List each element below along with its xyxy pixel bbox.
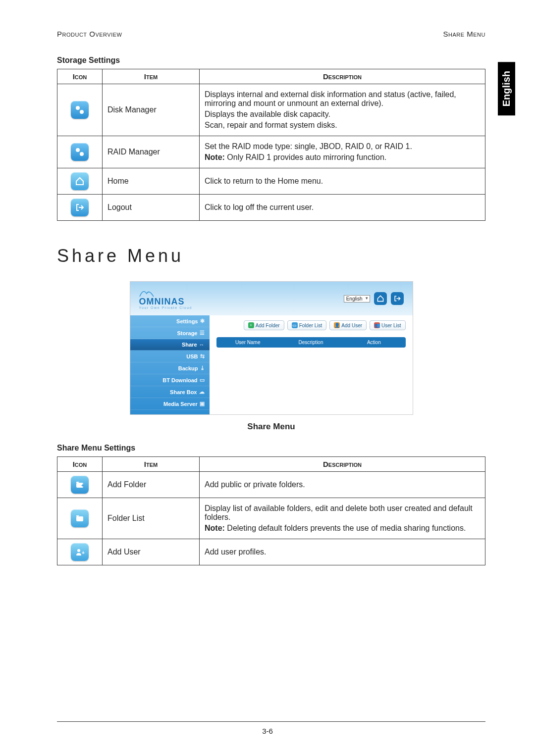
share-icon: ↔	[199, 342, 205, 348]
svg-text:+: +	[81, 483, 84, 488]
sharebox-icon: ☁	[199, 389, 205, 395]
share-menu-settings-heading: Share Menu Settings	[57, 444, 485, 453]
svg-point-3	[80, 152, 84, 156]
sidebar-item-settings[interactable]: Settings✱	[130, 315, 210, 327]
tab-user-list[interactable]: 👥User List	[370, 320, 405, 330]
add-user-icon: +	[71, 543, 89, 561]
folder-list-icon: ▭	[292, 322, 298, 328]
item-label: Add User	[103, 539, 200, 565]
media-icon: ▣	[200, 401, 205, 407]
tab-add-folder[interactable]: +Add Folder	[244, 320, 284, 330]
raid-manager-icon	[71, 143, 89, 161]
grid-header: User Name Description Action	[216, 337, 406, 348]
col-username: User Name	[216, 340, 279, 345]
language-select[interactable]: English	[344, 295, 370, 302]
share-menu-heading: Share Menu	[57, 246, 485, 266]
svg-text:+: +	[82, 550, 85, 555]
item-label: Logout	[103, 195, 200, 221]
backup-icon: ⤓	[200, 365, 205, 371]
add-folder-icon: +	[248, 322, 254, 328]
disk-manager-icon	[71, 101, 89, 119]
sidebar-item-storage[interactable]: Storage☰	[130, 327, 210, 339]
table-row: + Add User Add user profiles.	[57, 539, 485, 565]
item-label: RAID Manager	[103, 136, 200, 168]
item-desc: Click to return to the Home menu.	[200, 168, 485, 195]
item-desc: Set the RAID mode type: single, JBOD, RA…	[200, 136, 485, 168]
item-label: Add Folder	[103, 472, 200, 498]
item-label: Home	[103, 168, 200, 195]
logout-button[interactable]	[391, 292, 404, 305]
col-description: Description	[279, 340, 342, 345]
item-desc: Click to log off the current user.	[200, 195, 485, 221]
sidebar: Settings✱ Storage☰ Share↔ USB⇆ Backup⤓ B…	[130, 315, 210, 414]
storage-icon: ☰	[200, 330, 205, 336]
table-row: Disk Manager Displays internal and exter…	[57, 84, 485, 136]
user-list-icon: 👥	[374, 322, 380, 328]
add-user-icon: 👤	[334, 322, 340, 328]
sidebar-item-bt[interactable]: BT Download▭	[130, 374, 210, 386]
sidebar-item-share[interactable]: Share↔	[130, 339, 210, 351]
col-icon: Icon	[57, 457, 103, 472]
svg-point-1	[80, 110, 84, 114]
storage-settings-heading: Storage Settings	[57, 56, 485, 65]
figure-caption: Share Menu	[57, 422, 485, 432]
header-right: Share Menu	[443, 30, 485, 38]
language-tab: English	[498, 62, 515, 115]
table-row: RAID Manager Set the RAID mode type: sin…	[57, 136, 485, 168]
svg-point-7	[77, 549, 80, 552]
item-desc: Add user profiles.	[200, 539, 485, 565]
storage-settings-table: Icon Item Description Disk Manager Displ…	[57, 69, 485, 221]
usb-icon: ⇆	[200, 353, 205, 359]
tab-add-user[interactable]: 👤Add User	[329, 320, 367, 330]
bt-icon: ▭	[200, 377, 205, 383]
table-row: Folder List Display list of available fo…	[57, 498, 485, 539]
item-desc: Displays internal and external disk info…	[200, 84, 485, 136]
table-row: + Add Folder Add public or private folde…	[57, 472, 485, 498]
col-icon: Icon	[57, 69, 103, 84]
home-button[interactable]	[374, 292, 387, 305]
share-menu-settings-table: Icon Item Description + Add Folder Add p…	[57, 456, 485, 565]
header-left: Product Overview	[57, 30, 122, 38]
folder-list-icon	[71, 509, 89, 527]
add-folder-icon: +	[71, 476, 89, 494]
page-number: 3-6	[262, 727, 273, 735]
col-item: Item	[103, 457, 200, 472]
settings-icon: ✱	[200, 318, 205, 324]
home-icon	[71, 172, 89, 190]
sidebar-item-sharebox[interactable]: Share Box☁	[130, 386, 210, 398]
sidebar-item-backup[interactable]: Backup⤓	[130, 362, 210, 374]
item-desc: Display list of available folders, edit …	[200, 498, 485, 539]
col-desc: Description	[200, 69, 485, 84]
col-action: Action	[342, 340, 405, 345]
sidebar-item-usb[interactable]: USB⇆	[130, 351, 210, 362]
share-menu-screenshot: OMNINAS Your Own Private Cloud English S…	[130, 281, 413, 415]
brand-logo: OMNINAS Your Own Private Cloud	[139, 288, 192, 309]
table-row: Home Click to return to the Home menu.	[57, 168, 485, 195]
item-desc: Add public or private folders.	[200, 472, 485, 498]
item-label: Folder List	[103, 498, 200, 539]
sidebar-item-media[interactable]: Media Server▣	[130, 398, 210, 410]
logout-icon	[71, 199, 89, 216]
table-row: Logout Click to log off the current user…	[57, 195, 485, 221]
svg-point-0	[76, 106, 80, 110]
svg-point-2	[76, 148, 80, 152]
col-item: Item	[103, 69, 200, 84]
svg-rect-6	[76, 516, 83, 521]
tab-folder-list[interactable]: ▭Folder List	[287, 320, 327, 330]
item-label: Disk Manager	[103, 84, 200, 136]
col-desc: Description	[200, 457, 485, 472]
